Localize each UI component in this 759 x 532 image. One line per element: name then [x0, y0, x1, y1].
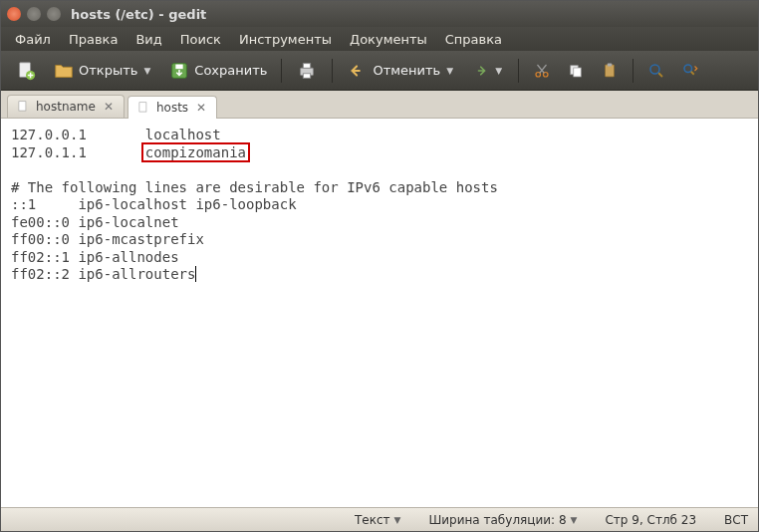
- editor-line: 127.0.0.1 localhost: [11, 127, 748, 144]
- svg-rect-3: [176, 64, 183, 69]
- editor-line: ff02::2 ip6-allrouters: [11, 266, 748, 284]
- redo-button[interactable]: ▼: [465, 58, 510, 84]
- window-minimize-button[interactable]: [27, 7, 41, 21]
- text-editor[interactable]: 127.0.0.1 localhost127.0.1.1 compizomani…: [1, 119, 758, 507]
- chevron-down-icon: ▼: [571, 515, 578, 525]
- editor-line: fe00::0 ip6-localnet: [11, 214, 748, 232]
- statusbar: Текст ▼ Ширина табуляции: 8 ▼ Стр 9, Стл…: [1, 507, 758, 531]
- paste-button[interactable]: [595, 58, 625, 84]
- copy-icon: [567, 62, 585, 80]
- window-title: hosts (/etc) - gedit: [71, 7, 206, 22]
- undo-button[interactable]: Отменить ▼: [341, 56, 461, 86]
- open-button[interactable]: Открыть ▼: [47, 56, 158, 86]
- print-button[interactable]: [290, 56, 324, 86]
- titlebar: hosts (/etc) - gedit: [1, 1, 758, 27]
- menubar: Файл Правка Вид Поиск Инструменты Докуме…: [1, 27, 758, 51]
- find-replace-button[interactable]: [675, 58, 705, 84]
- menu-tools[interactable]: Инструменты: [231, 30, 340, 49]
- new-file-icon: [15, 60, 37, 82]
- svg-rect-6: [304, 73, 311, 78]
- menu-edit[interactable]: Правка: [61, 30, 126, 49]
- svg-rect-15: [19, 102, 26, 111]
- editor-line: ff00::0 ip6-mcastprefix: [11, 231, 748, 249]
- menu-documents[interactable]: Документы: [342, 30, 435, 49]
- open-label: Открыть: [79, 63, 137, 78]
- copy-button[interactable]: [561, 58, 591, 84]
- find-replace-icon: [681, 62, 699, 80]
- tab-width-label: Ширина табуляции: 8: [428, 513, 566, 527]
- syntax-label: Текст: [355, 513, 390, 527]
- undo-dropdown-arrow[interactable]: ▼: [444, 66, 455, 76]
- svg-point-13: [650, 65, 659, 74]
- folder-open-icon: [53, 60, 75, 82]
- tab-close-icon[interactable]: ✕: [102, 100, 116, 114]
- editor-line: # The following lines are desirable for …: [11, 179, 748, 197]
- save-icon: [168, 60, 190, 82]
- editor-line: 127.0.1.1 compizomania: [11, 144, 748, 162]
- search-icon: [647, 62, 665, 80]
- menu-help[interactable]: Справка: [437, 30, 510, 49]
- cut-button[interactable]: [527, 58, 557, 84]
- redo-icon: [471, 62, 489, 80]
- syntax-mode-selector[interactable]: Текст ▼: [355, 513, 400, 527]
- chevron-down-icon: ▼: [394, 515, 401, 525]
- menu-search[interactable]: Поиск: [172, 30, 229, 49]
- tab-close-icon[interactable]: ✕: [194, 101, 208, 115]
- find-button[interactable]: [641, 58, 671, 84]
- tab-width-selector[interactable]: Ширина табуляции: 8 ▼: [428, 513, 577, 527]
- toolbar: Открыть ▼ Сохранить Отменить ▼ ▼: [1, 51, 758, 91]
- cursor-position: Стр 9, Стлб 23: [605, 513, 696, 527]
- window-maximize-button[interactable]: [47, 7, 61, 21]
- printer-icon: [296, 60, 318, 82]
- editor-line: ff02::1 ip6-allnodes: [11, 249, 748, 267]
- svg-rect-12: [608, 63, 613, 66]
- tab-hostname[interactable]: hostname ✕: [7, 95, 125, 118]
- save-label: Сохранить: [194, 63, 267, 78]
- editor-line: ::1 ip6-localhost ip6-loopback: [11, 196, 748, 214]
- svg-rect-5: [304, 63, 311, 68]
- tabbar: hostname ✕ hosts ✕: [1, 91, 758, 119]
- svg-point-14: [684, 65, 692, 73]
- paste-icon: [601, 62, 619, 80]
- editor-line: [11, 161, 748, 179]
- menu-file[interactable]: Файл: [7, 30, 59, 49]
- scissors-icon: [533, 62, 551, 80]
- document-icon: [136, 101, 150, 115]
- tab-label: hosts: [156, 101, 188, 115]
- save-button[interactable]: Сохранить: [162, 56, 273, 86]
- menu-view[interactable]: Вид: [127, 30, 169, 49]
- tab-label: hostname: [36, 100, 96, 114]
- window-close-button[interactable]: [7, 7, 21, 21]
- svg-rect-16: [139, 103, 146, 112]
- tab-hosts[interactable]: hosts ✕: [127, 96, 217, 119]
- redo-dropdown-arrow[interactable]: ▼: [493, 66, 504, 76]
- undo-label: Отменить: [373, 63, 440, 78]
- svg-rect-10: [574, 68, 582, 77]
- new-file-button[interactable]: [9, 56, 43, 86]
- open-dropdown-arrow[interactable]: ▼: [141, 66, 152, 76]
- insert-mode[interactable]: ВСТ: [724, 513, 748, 527]
- undo-icon: [347, 60, 369, 82]
- svg-rect-11: [606, 65, 615, 77]
- document-icon: [16, 100, 30, 114]
